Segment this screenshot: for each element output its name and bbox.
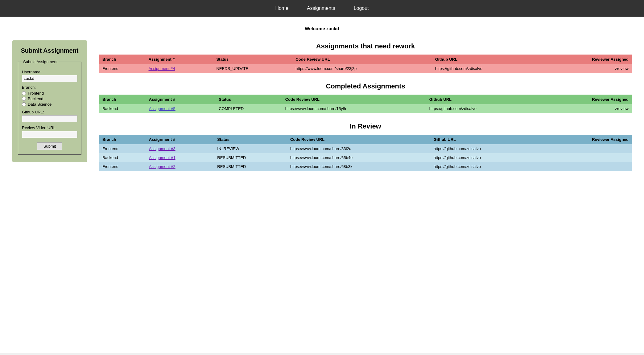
cell-assignment: Assignment #1 [146, 153, 214, 162]
inreview-table: Branch Assignment # Status Code Review U… [99, 135, 632, 171]
rework-col-branch: Branch [99, 55, 146, 64]
cell-status: RESUBMITTED [214, 162, 287, 171]
completed-col-review-url: Code Review URL [282, 95, 426, 104]
cell-reviewer [542, 162, 632, 171]
branch-frontend-radio[interactable] [22, 91, 26, 95]
completed-col-status: Status [216, 95, 282, 104]
review-col-status: Status [214, 135, 287, 144]
rework-col-status: Status [213, 55, 292, 64]
branch-frontend-label: Frontend [28, 91, 44, 96]
table-row: Frontend Assignment #2 RESUBMITTED https… [99, 162, 632, 171]
cell-branch: Frontend [99, 64, 146, 73]
table-row: Backend Assignment #5 COMPLETED https://… [99, 104, 632, 113]
review-col-reviewer: Reviewer Assigned [542, 135, 632, 144]
nav-assignments[interactable]: Assignments [307, 6, 335, 11]
table-row: Frontend Assignment #4 NEEDS_UPDATE http… [99, 64, 632, 73]
review-col-review-url: Code Review URL [287, 135, 431, 144]
branch-datascience-label: Data Science [28, 102, 52, 107]
github-url-input[interactable] [22, 115, 77, 122]
review-video-url-label: Review Video URL: [22, 125, 77, 130]
sidebar-title: Submit Assignment [18, 47, 81, 55]
review-video-url-input[interactable] [22, 131, 77, 138]
branch-group: Branch: Frontend Backend Data Science [22, 85, 77, 107]
completed-title: Completed Assignments [99, 82, 632, 90]
cell-reviewer [542, 153, 632, 162]
cell-status: IN_REVIEW [214, 144, 287, 153]
cell-assignment: Assignment #2 [146, 162, 214, 171]
rework-col-github-url: Github URL [432, 55, 543, 64]
form-legend: Submit Assignment [22, 59, 59, 64]
cell-review-url: https://www.loom.com/share/65b4e [287, 153, 431, 162]
table-row: Frontend Assignment #3 IN_REVIEW https:/… [99, 144, 632, 153]
cell-reviewer: zreview [540, 104, 632, 113]
cell-branch: Frontend [99, 144, 146, 153]
rework-col-assignment: Assignment # [146, 55, 213, 64]
review-col-branch: Branch [99, 135, 146, 144]
assignment-link[interactable]: Assignment #4 [149, 66, 175, 71]
cell-branch: Backend [99, 104, 146, 113]
submit-assignment-form: Submit Assignment Username: Branch: Fron… [18, 59, 81, 155]
rework-col-reviewer: Reviewer Assigned [543, 55, 632, 64]
rework-col-review-url: Code Review URL [292, 55, 432, 64]
completed-col-github-url: Github URL [426, 95, 540, 104]
branch-backend-option[interactable]: Backend [22, 96, 77, 101]
branch-backend-radio[interactable] [22, 97, 26, 101]
cell-github-url: https://github.com/zdisalvo [432, 64, 543, 73]
nav-home[interactable]: Home [275, 6, 288, 11]
username-input[interactable] [22, 75, 77, 82]
cell-review-url: https://www.loom.com/share/68b3k [287, 162, 431, 171]
table-row: Backend Assignment #1 RESUBMITTED https:… [99, 153, 632, 162]
username-label: Username: [22, 70, 77, 74]
branch-frontend-option[interactable]: Frontend [22, 91, 77, 96]
cell-github-url: https://github.com/zdisalvo [431, 162, 542, 171]
review-col-github-url: Github URL [431, 135, 542, 144]
cell-branch: Backend [99, 153, 146, 162]
cell-review-url: https://www.loom.com/share/83i2u [287, 144, 431, 153]
cell-github-url: https://github.com/zdisalvo [431, 153, 542, 162]
assignment-link[interactable]: Assignment #3 [149, 146, 175, 151]
welcome-message: Welcome zackd [12, 26, 632, 31]
branch-datascience-radio[interactable] [22, 102, 26, 106]
submit-assignment-sidebar: Submit Assignment Submit Assignment User… [12, 40, 87, 162]
cell-status: NEEDS_UPDATE [213, 64, 292, 73]
rework-table: Branch Assignment # Status Code Review U… [99, 55, 632, 73]
completed-col-assignment: Assignment # [146, 95, 216, 104]
cell-status: RESUBMITTED [214, 153, 287, 162]
github-url-label: Github URL: [22, 110, 77, 114]
main-layout: Submit Assignment Submit Assignment User… [12, 40, 632, 180]
inreview-title: In Review [99, 122, 632, 130]
assignment-link[interactable]: Assignment #2 [149, 164, 175, 169]
page-body: Welcome zackd Submit Assignment Submit A… [0, 17, 644, 353]
completed-col-reviewer: Reviewer Assigned [540, 95, 632, 104]
assignment-link[interactable]: Assignment #5 [149, 106, 175, 111]
branch-datascience-option[interactable]: Data Science [22, 102, 77, 107]
cell-reviewer: zreview [543, 64, 632, 73]
cell-reviewer [542, 144, 632, 153]
cell-review-url: https://www.loom.com/share/15y8r [282, 104, 426, 113]
assignment-link[interactable]: Assignment #1 [149, 155, 175, 160]
completed-table: Branch Assignment # Status Code Review U… [99, 95, 632, 113]
submit-button[interactable]: Submit [37, 142, 62, 150]
nav-logout[interactable]: Logout [354, 6, 369, 11]
navbar: Home Assignments Logout [0, 0, 644, 17]
cell-assignment: Assignment #3 [146, 144, 214, 153]
completed-col-branch: Branch [99, 95, 146, 104]
rework-title: Assignments that need rework [99, 42, 632, 50]
review-col-assignment: Assignment # [146, 135, 214, 144]
cell-branch: Frontend [99, 162, 146, 171]
cell-assignment: Assignment #4 [146, 64, 213, 73]
cell-assignment: Assignment #5 [146, 104, 216, 113]
cell-status: COMPLETED [216, 104, 282, 113]
branch-backend-label: Backend [28, 96, 43, 101]
tables-section: Assignments that need rework Branch Assi… [99, 40, 632, 180]
cell-github-url: https://github.com/zdisalvo [426, 104, 540, 113]
cell-github-url: https://github.com/zdisalvo [431, 144, 542, 153]
cell-review-url: https://www.loom.com/share/23j2p [292, 64, 432, 73]
branch-label: Branch: [22, 85, 77, 90]
